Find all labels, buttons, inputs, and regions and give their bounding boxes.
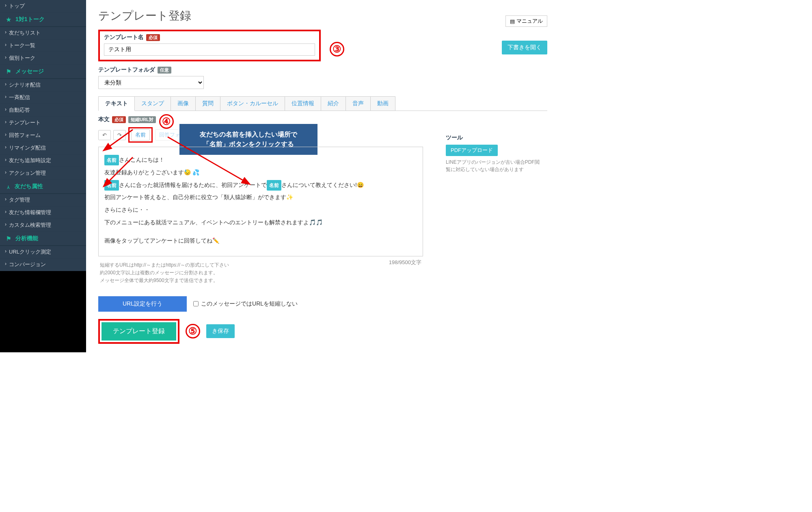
- tools-panel-title: ツール: [446, 134, 543, 141]
- optional-badge: 任意: [158, 67, 171, 74]
- tools-help-text: LINEアプリのバージョンが古い場合PDF閲覧に対応していない場合があります: [446, 158, 543, 173]
- tab-音声[interactable]: 音声: [346, 96, 371, 111]
- sidebar-item-カスタム検索管理[interactable]: カスタム検索管理: [0, 219, 86, 232]
- sidebar-item-友だち情報欄管理[interactable]: 友だち情報欄管理: [0, 206, 86, 219]
- flag-icon: [6, 68, 13, 75]
- name-button-highlight: 名前: [128, 127, 153, 143]
- sidebar-item-回答フォーム[interactable]: 回答フォーム: [0, 129, 86, 142]
- name-tag: 名前: [104, 155, 119, 165]
- sidebar-item-自動応答[interactable]: 自動応答: [0, 104, 86, 117]
- draft-save-button[interactable]: き保存: [206, 324, 235, 338]
- sidebar-heading-1対1トーク[interactable]: 1対1トーク: [0, 13, 86, 27]
- manual-button[interactable]: ▤ マニュアル: [505, 15, 547, 27]
- body-short-url-badge: 短縮URL対: [128, 116, 156, 123]
- undo-button[interactable]: ↶: [98, 130, 111, 140]
- sidebar-item-一斉配信[interactable]: 一斉配信: [0, 91, 86, 104]
- message-body-editor[interactable]: 名前さんこんにちは！ 友達登録ありがとうございます😓 💦 名前さんに合った就活情…: [98, 147, 423, 256]
- sidebar-heading-分析機能[interactable]: 分析機能: [0, 232, 86, 246]
- required-badge: 必須: [146, 34, 160, 41]
- template-name-input[interactable]: [104, 43, 315, 56]
- star-icon: [6, 16, 13, 23]
- sidebar-item-トーク一覧[interactable]: トーク一覧: [0, 39, 86, 52]
- tools-panel: ツール PDFアップロード LINEアプリのバージョンが古い場合PDF閲覧に対応…: [446, 134, 543, 173]
- sidebar-item-アクション管理[interactable]: アクション管理: [0, 167, 86, 180]
- flag-icon: [6, 235, 13, 242]
- tab-質問[interactable]: 質問: [195, 96, 220, 111]
- sidebar-item-テンプレート[interactable]: テンプレート: [0, 117, 86, 129]
- template-folder-select[interactable]: 未分類: [98, 76, 204, 89]
- character-count: 198/9500文字: [389, 259, 421, 290]
- sidebar-item-コンバージョン[interactable]: コンバージョン: [0, 258, 86, 271]
- sidebar-heading-メッセージ[interactable]: メッセージ: [0, 65, 86, 79]
- sidebar-item-タグ管理[interactable]: タグ管理: [0, 194, 86, 206]
- sidebar-item-友だちリスト[interactable]: 友だちリスト: [0, 27, 86, 39]
- template-name-highlight: テンプレート名 必須: [98, 30, 321, 61]
- sidebar-item-トップ[interactable]: トップ: [0, 0, 86, 13]
- tab-画像[interactable]: 画像: [171, 96, 196, 111]
- body-label: 本文: [98, 116, 110, 123]
- pdf-upload-button[interactable]: PDFアップロード: [446, 145, 498, 156]
- main-content: テンプレート登録 ▤ マニュアル 下書きを開く テンプレート名 必須 ③: [86, 0, 559, 352]
- template-name-label: テンプレート名: [104, 34, 144, 41]
- tab-スタンプ[interactable]: スタンプ: [134, 96, 171, 111]
- filter-icon: [6, 183, 12, 190]
- sidebar-heading-友だち属性[interactable]: 友だち属性: [0, 180, 86, 194]
- sidebar-item-シナリオ配信[interactable]: シナリオ配信: [0, 79, 86, 91]
- submit-button-highlight: テンプレート登録: [98, 319, 179, 344]
- callout-4: ④: [159, 114, 174, 129]
- body-required-badge: 必須: [112, 116, 126, 123]
- tab-ボタン・カルーセル[interactable]: ボタン・カルーセル: [220, 96, 285, 111]
- sidebar-blackout: [0, 271, 86, 352]
- sidebar: トップ1対1トーク友だちリストトーク一覧個別トークメッセージシナリオ配信一斉配信…: [0, 0, 86, 352]
- name-tag: 名前: [267, 180, 281, 191]
- callout-5: ⑤: [186, 324, 200, 338]
- sidebar-item-友だち追加時設定[interactable]: 友だち追加時設定: [0, 154, 86, 167]
- tab-テキスト[interactable]: テキスト: [98, 96, 135, 111]
- redo-button[interactable]: ↷: [113, 130, 126, 140]
- tab-動画[interactable]: 動画: [370, 96, 395, 111]
- no-shorten-checkbox-label[interactable]: このメッセージではURLを短縮しない: [193, 300, 298, 308]
- tab-紹介[interactable]: 紹介: [321, 96, 346, 111]
- name-tag: 名前: [104, 180, 119, 191]
- sidebar-item-リマインダ配信[interactable]: リマインダ配信: [0, 142, 86, 154]
- page-title: テンプレート登録: [98, 8, 547, 24]
- callout-3: ③: [330, 42, 344, 56]
- url-settings-button[interactable]: URL設定を行う: [98, 296, 187, 312]
- sidebar-item-URLクリック測定[interactable]: URLクリック測定: [0, 246, 86, 258]
- template-submit-button[interactable]: テンプレート登録: [102, 322, 176, 341]
- sidebar-item-個別トーク[interactable]: 個別トーク: [0, 52, 86, 65]
- template-folder-label: テンプレートフォルダ: [98, 66, 155, 74]
- book-icon: ▤: [510, 18, 515, 24]
- content-type-tabs: テキストスタンプ画像質問ボタン・カルーセル位置情報紹介音声動画: [98, 96, 547, 111]
- no-shorten-checkbox[interactable]: [193, 301, 199, 306]
- tab-位置情報[interactable]: 位置情報: [285, 96, 321, 111]
- insert-name-button[interactable]: 名前: [131, 129, 150, 141]
